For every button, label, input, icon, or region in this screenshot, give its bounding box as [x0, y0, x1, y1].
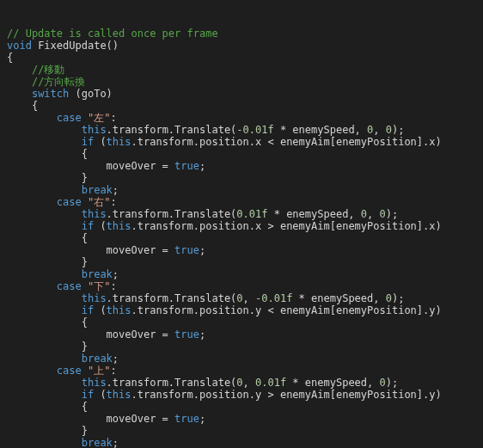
code-block: // Update is called once per frame void …: [7, 28, 476, 448]
